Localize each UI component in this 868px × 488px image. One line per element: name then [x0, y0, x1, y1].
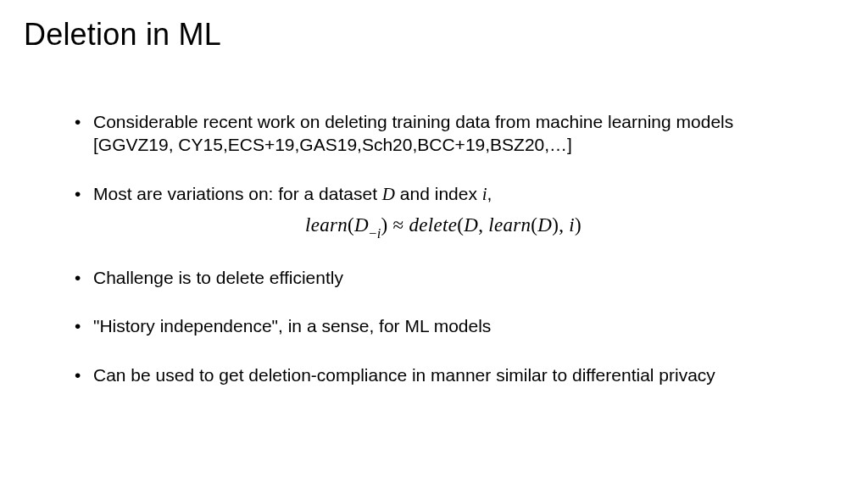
eq-var-i: i [569, 214, 575, 236]
bullet-text: and index [395, 184, 482, 203]
eq-var-d: D [537, 214, 552, 236]
bullet-text: Considerable recent work on deleting tra… [93, 112, 733, 154]
bullet-text: , [487, 184, 492, 203]
eq-paren: ) [552, 214, 559, 236]
bullet-item: Can be used to get deletion-compliance i… [75, 363, 812, 386]
bullet-text: "History independence", in a sense, for … [93, 316, 491, 336]
eq-comma: , [478, 214, 488, 236]
bullet-item: "History independence", in a sense, for … [75, 314, 812, 337]
slide: Deletion in ML Considerable recent work … [0, 0, 868, 488]
eq-paren: ) [575, 214, 581, 236]
eq-delete: delete [409, 214, 458, 236]
math-var-d: D [382, 184, 395, 204]
eq-paren: ) [381, 214, 388, 236]
eq-comma: , [559, 214, 569, 236]
bullet-list: Considerable recent work on deleting tra… [75, 110, 812, 386]
bullet-text: Challenge is to delete efficiently [93, 268, 343, 287]
eq-learn: learn [305, 214, 348, 236]
slide-title: Deletion in ML [24, 17, 221, 53]
eq-approx: ≈ [388, 214, 409, 236]
bullet-text: Most are variations on: for a dataset [93, 184, 382, 203]
eq-var-d: D [354, 214, 369, 236]
eq-paren: ( [348, 214, 354, 236]
slide-body: Considerable recent work on deleting tra… [75, 110, 812, 412]
eq-subscript: −i [369, 225, 381, 241]
bullet-item: Most are variations on: for a dataset D … [75, 182, 812, 241]
equation: learn(D−i) ≈ delete(D, learn(D), i) [75, 213, 812, 241]
eq-learn: learn [488, 214, 531, 236]
bullet-item: Challenge is to delete efficiently [75, 266, 812, 289]
bullet-text: Can be used to get deletion-compliance i… [93, 365, 715, 385]
bullet-item: Considerable recent work on deleting tra… [75, 110, 812, 157]
eq-var-d: D [464, 214, 478, 236]
